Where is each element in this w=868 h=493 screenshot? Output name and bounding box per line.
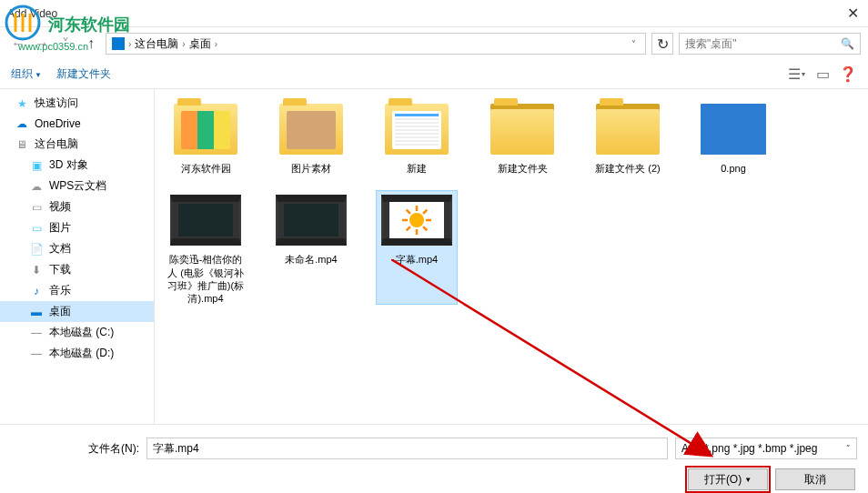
svg-line-5 bbox=[407, 226, 410, 230]
up-icon[interactable]: ↑ bbox=[82, 35, 100, 53]
file-area[interactable]: 河东软件园图片素材新建新建文件夹新建文件夹 (2)0.png陈奕迅-相信你的人 … bbox=[155, 89, 868, 424]
sidebar-item[interactable]: ▭图片 bbox=[0, 217, 154, 238]
chevron-right-icon: › bbox=[128, 39, 131, 49]
doc-icon: 📄 bbox=[29, 242, 44, 257]
file-item[interactable]: 字幕.mp4 bbox=[377, 191, 457, 304]
titlebar: Add Video ✕ bbox=[0, 0, 868, 27]
sidebar-item-label: 视频 bbox=[49, 199, 71, 215]
svg-line-7 bbox=[407, 210, 410, 214]
search-box[interactable]: 🔍 bbox=[679, 33, 861, 55]
breadcrumb-part[interactable]: 这台电脑 bbox=[135, 36, 178, 52]
breadcrumb-dropdown-icon[interactable]: ˅ bbox=[628, 39, 640, 49]
sidebar-item[interactable]: —本地磁盘 (C:) bbox=[0, 322, 154, 343]
sidebar-item[interactable]: ♪音乐 bbox=[0, 280, 154, 301]
file-label: 未命名.mp4 bbox=[285, 253, 337, 266]
organize-menu[interactable]: 组织▼ bbox=[11, 66, 42, 82]
filetype-filter[interactable]: ALL(*.png *.jpg *.bmp *.jpeg ˅ bbox=[675, 438, 857, 459]
cloud-icon: ☁ bbox=[15, 116, 29, 131]
music-icon: ♪ bbox=[29, 284, 44, 298]
file-item[interactable]: 河东软件园 bbox=[166, 100, 246, 175]
sidebar-item[interactable]: ☁WPS云文档 bbox=[0, 176, 154, 196]
open-button[interactable]: 打开(O)▼ bbox=[688, 468, 768, 490]
sidebar-item[interactable]: —本地磁盘 (D:) bbox=[0, 343, 154, 364]
file-item[interactable]: 新建文件夹 bbox=[482, 100, 562, 175]
sidebar-item[interactable]: ★快速访问 bbox=[0, 93, 154, 114]
new-folder-button[interactable]: 新建文件夹 bbox=[56, 66, 111, 82]
file-label: 河东软件园 bbox=[181, 162, 231, 175]
sidebar-item-label: 本地磁盘 (D:) bbox=[49, 346, 114, 361]
content-area: ★快速访问☁OneDrive🖥这台电脑▣3D 对象☁WPS云文档▭视频▭图片📄文… bbox=[0, 89, 868, 424]
file-label: 0.png bbox=[721, 162, 746, 175]
sidebar-item[interactable]: 📄文档 bbox=[0, 238, 154, 259]
sidebar-item[interactable]: ☁OneDrive bbox=[0, 114, 154, 134]
file-item[interactable]: 0.png bbox=[693, 100, 773, 175]
file-item[interactable]: 新建 bbox=[377, 100, 457, 175]
file-label: 新建 bbox=[407, 162, 427, 175]
sidebar: ★快速访问☁OneDrive🖥这台电脑▣3D 对象☁WPS云文档▭视频▭图片📄文… bbox=[0, 89, 155, 424]
file-thumbnail bbox=[592, 100, 663, 158]
sidebar-item[interactable]: ▣3D 对象 bbox=[0, 155, 154, 176]
sidebar-item-label: 3D 对象 bbox=[49, 157, 88, 173]
video-icon: ▭ bbox=[29, 200, 44, 215]
sidebar-item-label: 快速访问 bbox=[35, 96, 78, 111]
dl-icon: ⬇ bbox=[29, 263, 44, 277]
filename-label: 文件名(N): bbox=[11, 441, 139, 457]
sidebar-item-label: 音乐 bbox=[49, 283, 71, 298]
file-label: 陈奕迅-相信你的人 (电影《银河补习班》推广曲)(标清).mp4 bbox=[166, 253, 246, 304]
svg-point-1 bbox=[409, 213, 424, 227]
desktop-icon: ▬ bbox=[29, 305, 44, 319]
file-item[interactable]: 陈奕迅-相信你的人 (电影《银河补习班》推广曲)(标清).mp4 bbox=[166, 191, 246, 304]
sidebar-item-label: 图片 bbox=[49, 220, 71, 236]
sidebar-item[interactable]: ⬇下载 bbox=[0, 259, 154, 280]
svg-line-9 bbox=[423, 210, 427, 214]
search-input[interactable] bbox=[685, 37, 841, 50]
file-thumbnail bbox=[487, 100, 558, 158]
cancel-button[interactable]: 取消 bbox=[775, 468, 855, 490]
sidebar-item-label: 文档 bbox=[49, 241, 71, 257]
file-thumbnail bbox=[381, 191, 452, 249]
file-label: 图片素材 bbox=[291, 162, 331, 175]
window-title: Add Video bbox=[7, 7, 57, 20]
wps-icon: ☁ bbox=[29, 179, 44, 194]
file-thumbnail bbox=[276, 100, 347, 158]
help-icon[interactable]: ❓ bbox=[839, 65, 857, 83]
sidebar-item-label: WPS云文档 bbox=[49, 178, 106, 194]
breadcrumb-part[interactable]: 桌面 bbox=[189, 36, 211, 52]
refresh-icon[interactable]: ↻ bbox=[651, 33, 673, 55]
file-item[interactable]: 未命名.mp4 bbox=[271, 191, 351, 304]
file-thumbnail bbox=[170, 191, 241, 249]
location-icon bbox=[112, 37, 125, 50]
sidebar-item-label: 下载 bbox=[49, 262, 71, 277]
3d-icon: ▣ bbox=[29, 158, 44, 173]
search-icon[interactable]: 🔍 bbox=[841, 37, 854, 50]
file-label: 新建文件夹 (2) bbox=[595, 162, 661, 175]
toolbar: 组织▼ 新建文件夹 ☰▼ ▭ ❓ bbox=[0, 60, 868, 89]
file-thumbnail bbox=[698, 100, 769, 158]
sidebar-item[interactable]: 🖥这台电脑 bbox=[0, 134, 154, 155]
forward-icon: → bbox=[31, 33, 53, 55]
recent-dropdown-icon[interactable]: ˅ bbox=[55, 33, 76, 55]
file-label: 字幕.mp4 bbox=[396, 253, 438, 266]
sidebar-item-label: OneDrive bbox=[35, 117, 81, 130]
preview-pane-icon[interactable]: ▭ bbox=[813, 65, 832, 84]
file-thumbnail bbox=[381, 100, 452, 158]
sidebar-item[interactable]: ▬桌面 bbox=[0, 301, 154, 322]
chevron-down-icon: ˅ bbox=[846, 444, 851, 453]
close-icon[interactable]: ✕ bbox=[847, 5, 859, 22]
file-item[interactable]: 图片素材 bbox=[271, 100, 351, 175]
pc-icon: 🖥 bbox=[15, 137, 29, 152]
breadcrumb[interactable]: › 这台电脑 › 桌面 › ˅ bbox=[106, 33, 646, 55]
pic-icon: ▭ bbox=[29, 221, 44, 236]
file-thumbnail bbox=[170, 100, 241, 158]
sidebar-item-label: 这台电脑 bbox=[35, 136, 78, 152]
back-icon[interactable]: ← bbox=[7, 33, 29, 55]
file-thumbnail bbox=[276, 191, 347, 249]
disk-icon: — bbox=[29, 326, 44, 340]
filename-input[interactable] bbox=[146, 438, 668, 459]
view-mode-icon[interactable]: ☰▼ bbox=[788, 65, 806, 84]
star-icon: ★ bbox=[15, 96, 29, 111]
sidebar-item[interactable]: ▭视频 bbox=[0, 196, 154, 217]
sidebar-item-label: 本地磁盘 (C:) bbox=[49, 325, 114, 340]
file-item[interactable]: 新建文件夹 (2) bbox=[588, 100, 668, 175]
bottom-panel: 文件名(N): ALL(*.png *.jpg *.bmp *.jpeg ˅ 打… bbox=[0, 424, 868, 493]
